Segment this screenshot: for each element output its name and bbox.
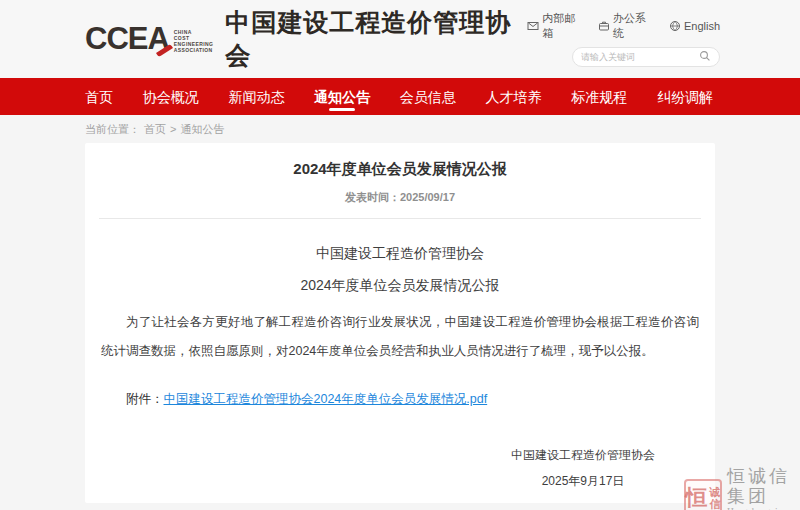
office-system-link[interactable]: 办公系统 xyxy=(598,11,655,41)
article-paragraph: 为了让社会各方更好地了解工程造价咨询行业发展状况，中国建设工程造价管理协会根据工… xyxy=(85,308,715,366)
main-nav: 首页 协会概况 新闻动态 通知公告 会员信息 人才培养 标准规程 纠纷调解 xyxy=(0,78,800,115)
logo-acronym: CCEA xyxy=(85,21,169,57)
attachment-label: 附件： xyxy=(126,392,164,406)
watermark-name-cn: 恒诚信集团 xyxy=(727,466,800,506)
signature-block: 中国建设工程造价管理协会 2025年9月17日 xyxy=(511,442,655,494)
breadcrumb: 当前位置： 首页 > 通知公告 xyxy=(0,115,800,143)
nav-item-training[interactable]: 人才培养 xyxy=(486,81,542,113)
mail-icon xyxy=(527,20,539,32)
nav-item-mediation[interactable]: 纠纷调解 xyxy=(657,81,713,113)
signature-org: 中国建设工程造价管理协会 xyxy=(511,442,655,468)
main-nav-inner: 首页 协会概况 新闻动态 通知公告 会员信息 人才培养 标准规程 纠纷调解 xyxy=(85,81,713,113)
logo-sub-line: ASSOCIATION xyxy=(174,47,213,53)
breadcrumb-current: 通知公告 xyxy=(180,122,224,137)
english-link[interactable]: English xyxy=(669,11,720,41)
article-publish-date: 发表时间：2025/09/17 xyxy=(85,190,715,205)
signature-date: 2025年9月17日 xyxy=(511,468,655,494)
breadcrumb-home-link[interactable]: 首页 xyxy=(144,122,166,137)
search-box xyxy=(572,47,720,67)
utility-link-label: 办公系统 xyxy=(613,11,655,41)
hengchengxin-watermark: 恒 诚 信 恒诚信集团 Hengchengxin Group xyxy=(684,466,800,510)
nav-item-news[interactable]: 新闻动态 xyxy=(228,81,284,113)
breadcrumb-prefix: 当前位置： xyxy=(85,122,140,137)
logo-swoosh-icon xyxy=(156,44,173,57)
hengchengxin-seal-icon: 恒 诚 信 xyxy=(684,479,722,510)
nav-item-about[interactable]: 协会概况 xyxy=(143,81,199,113)
article-signature: 中国建设工程造价管理协会 2025年9月17日 xyxy=(85,442,715,494)
article-title: 2024年度单位会员发展情况公报 xyxy=(85,160,715,179)
utility-link-label: English xyxy=(684,20,720,32)
seal-char: 信 xyxy=(710,498,721,510)
site-logo[interactable]: CCEA CHINA COST ENGINEERING ASSOCIATION … xyxy=(85,6,527,72)
article-heading-org: 中国建设工程造价管理协会 xyxy=(85,245,715,263)
article-divider xyxy=(99,218,701,219)
nav-item-standards[interactable]: 标准规程 xyxy=(571,81,627,113)
attachment-pdf-link[interactable]: 中国建设工程造价管理协会2024年度单位会员发展情况.pdf xyxy=(164,392,488,406)
nav-item-home[interactable]: 首页 xyxy=(85,81,113,113)
logo-title-cn: 中国建设工程造价管理协会 xyxy=(225,6,527,72)
watermark-text: 恒诚信集团 Hengchengxin Group xyxy=(727,466,800,510)
internal-mail-link[interactable]: 内部邮箱 xyxy=(527,11,584,41)
seal-char: 诚 xyxy=(710,486,721,498)
office-icon xyxy=(598,20,610,32)
site-header: CCEA CHINA COST ENGINEERING ASSOCIATION … xyxy=(0,0,800,78)
attachment-row: 附件：中国建设工程造价管理协会2024年度单位会员发展情况.pdf xyxy=(85,391,715,408)
article-card: 2024年度单位会员发展情况公报 发表时间：2025/09/17 中国建设工程造… xyxy=(85,143,715,503)
search-icon[interactable] xyxy=(699,48,711,66)
breadcrumb-separator: > xyxy=(170,123,176,135)
watermark-name-en: Hengchengxin Group xyxy=(727,506,800,510)
header-utilities: 内部邮箱 办公系统 English xyxy=(527,11,720,67)
logo-subtitle: CHINA COST ENGINEERING ASSOCIATION xyxy=(174,29,213,53)
search-input[interactable] xyxy=(581,52,699,62)
nav-item-notices[interactable]: 通知公告 xyxy=(314,81,370,113)
nav-item-members[interactable]: 会员信息 xyxy=(400,81,456,113)
seal-char: 恒 xyxy=(686,487,708,509)
seal-char-column: 诚 信 xyxy=(710,486,721,510)
globe-icon xyxy=(669,20,681,32)
utility-link-label: 内部邮箱 xyxy=(542,11,584,41)
article-heading-subject: 2024年度单位会员发展情况公报 xyxy=(85,277,715,295)
utility-links: 内部邮箱 办公系统 English xyxy=(527,11,720,41)
